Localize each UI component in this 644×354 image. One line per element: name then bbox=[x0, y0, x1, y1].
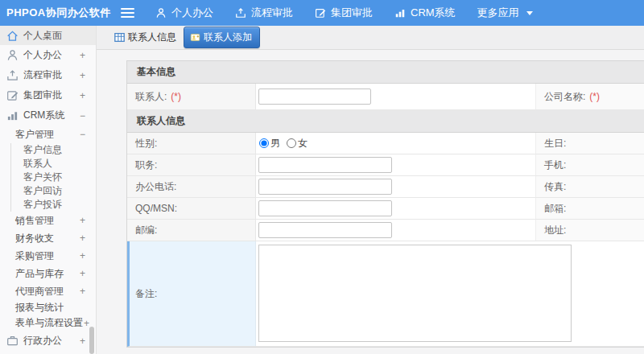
sidebar-item-admin-office[interactable]: 行政办公 + bbox=[0, 331, 96, 351]
sidebar-item-form-workflow-settings[interactable]: 表单与流程设置 + bbox=[0, 315, 96, 331]
collapse-toggle[interactable]: − bbox=[80, 110, 96, 121]
sidebar-item-label: 集团审批 bbox=[23, 88, 62, 102]
expand-toggle[interactable]: + bbox=[80, 215, 96, 226]
tab-label: 联系人信息 bbox=[128, 31, 176, 44]
company-name-label-cell: 公司名称: (*) bbox=[536, 84, 644, 110]
qq-msn-value-cell bbox=[256, 198, 536, 220]
sidebar-item-label: 个人桌面 bbox=[23, 29, 62, 43]
sidebar-item-customer-info[interactable]: 客户信息 bbox=[11, 143, 96, 157]
sidebar-item-label: 客户回访 bbox=[23, 184, 62, 198]
nav-label: 个人办公 bbox=[171, 6, 213, 20]
birthday-label: 生日: bbox=[544, 137, 566, 150]
remark-textarea[interactable] bbox=[258, 245, 572, 342]
collapse-toggle[interactable]: − bbox=[80, 129, 96, 140]
nav-personal-office[interactable]: 个人办公 bbox=[155, 6, 213, 20]
sidebar-item-label: 报表与统计 bbox=[15, 301, 64, 315]
edit-icon bbox=[6, 89, 19, 101]
sidebar-item-sales-management[interactable]: 销售管理 + bbox=[0, 212, 96, 229]
gender-male-label[interactable]: 男 bbox=[270, 137, 280, 150]
nav-label: 更多应用 bbox=[477, 6, 519, 20]
gender-label: 性别: bbox=[135, 137, 157, 150]
section-header-basic: 基本信息 bbox=[127, 61, 644, 84]
postcode-label-cell: 邮编: bbox=[127, 220, 256, 241]
tab-bar: 联系人信息 联系人添加 bbox=[97, 26, 644, 50]
expand-toggle[interactable]: + bbox=[84, 318, 89, 329]
sidebar-item-purchasing[interactable]: 采购管理 + bbox=[0, 247, 96, 265]
nav-crm-system[interactable]: CRM系统 bbox=[394, 6, 456, 20]
sidebar-item-label: 客户管理 bbox=[15, 128, 54, 142]
tab-contact-add[interactable]: 联系人添加 bbox=[184, 27, 260, 48]
sidebar-item-label: 客户投诉 bbox=[23, 198, 62, 212]
row-job-title: 职务: 手机: bbox=[127, 154, 644, 176]
sidebar-item-customer-revisit[interactable]: 客户回访 bbox=[11, 184, 96, 198]
nav-workflow-approval[interactable]: 流程审批 bbox=[235, 6, 293, 20]
job-title-input[interactable] bbox=[258, 157, 392, 173]
sidebar-scrollbar-thumb[interactable] bbox=[89, 327, 94, 354]
sidebar-item-label: 代理商管理 bbox=[15, 285, 64, 298]
sidebar-item-label: 采购管理 bbox=[15, 249, 54, 263]
qq-msn-label: QQ/MSN: bbox=[135, 203, 177, 214]
qq-msn-label-cell: QQ/MSN: bbox=[127, 198, 256, 220]
remark-value-cell bbox=[256, 241, 644, 347]
expand-toggle[interactable]: + bbox=[80, 250, 96, 261]
contact-name-value-cell bbox=[256, 84, 536, 110]
sidebar-item-workflow-approval[interactable]: 流程审批 + bbox=[0, 65, 96, 85]
sidebar-item-label: 客户关怀 bbox=[23, 171, 62, 184]
gender-value-cell: 男 女 bbox=[256, 133, 536, 154]
customer-management-submenu: 客户信息 联系人 客户关怀 客户回访 客户投诉 bbox=[10, 143, 96, 212]
email-label: 邮箱: bbox=[544, 202, 566, 216]
tab-contact-info[interactable]: 联系人信息 bbox=[114, 31, 176, 44]
sidebar-item-customer-management[interactable]: 客户管理 − bbox=[0, 126, 96, 143]
gender-female-label[interactable]: 女 bbox=[298, 137, 308, 150]
postcode-input[interactable] bbox=[258, 222, 392, 238]
sidebar-item-agent-management[interactable]: 代理商管理 + bbox=[0, 282, 96, 300]
gender-female-radio[interactable] bbox=[287, 138, 296, 148]
sidebar-item-label: 客户信息 bbox=[23, 143, 62, 157]
nav-label: 集团审批 bbox=[331, 6, 373, 20]
hamburger-menu-icon[interactable] bbox=[121, 8, 134, 18]
office-phone-label-cell: 办公电话: bbox=[127, 176, 256, 198]
sidebar-item-customer-complaint[interactable]: 客户投诉 bbox=[11, 198, 96, 212]
nav-more-apps[interactable]: 更多应用 bbox=[477, 6, 533, 20]
sidebar-item-reports-statistics[interactable]: 报表与统计 bbox=[0, 300, 96, 315]
app-logo: PHPOA协同办公软件 bbox=[0, 6, 121, 20]
expand-toggle[interactable]: + bbox=[80, 233, 96, 244]
company-name-label: 公司名称: bbox=[544, 90, 585, 104]
contact-name-input[interactable] bbox=[258, 88, 371, 105]
sidebar-item-contacts[interactable]: 联系人 bbox=[11, 157, 96, 171]
section-basic-info: 基本信息 bbox=[127, 61, 644, 84]
sidebar-item-label: 流程审批 bbox=[23, 68, 62, 82]
remark-label: 备注: bbox=[135, 287, 157, 301]
sidebar-item-personal-desktop[interactable]: 个人桌面 bbox=[0, 26, 96, 45]
row-qq-msn: QQ/MSN: 邮箱: bbox=[127, 198, 644, 220]
fax-label: 传真: bbox=[544, 180, 566, 194]
sidebar-item-finance[interactable]: 财务收支 + bbox=[0, 229, 96, 247]
expand-toggle[interactable]: + bbox=[80, 90, 96, 101]
expand-toggle[interactable]: + bbox=[80, 286, 96, 297]
sidebar-item-customer-care[interactable]: 客户关怀 bbox=[11, 171, 96, 184]
job-title-label: 职务: bbox=[135, 158, 157, 172]
sidebar-item-label: 财务收支 bbox=[15, 232, 54, 245]
expand-toggle[interactable]: + bbox=[80, 70, 96, 81]
edit-icon bbox=[315, 7, 326, 19]
sidebar-item-crm-system[interactable]: CRM系统 − bbox=[0, 105, 96, 126]
sidebar-item-products-inventory[interactable]: 产品与库存 + bbox=[0, 265, 96, 282]
sidebar-item-group-approval[interactable]: 集团审批 + bbox=[0, 85, 96, 105]
row-contact-name: 联系人: (*) 公司名称: (*) bbox=[127, 84, 644, 110]
expand-toggle[interactable]: + bbox=[80, 50, 96, 61]
sidebar-item-personal-office[interactable]: 个人办公 + bbox=[0, 45, 96, 65]
approval-upload-icon bbox=[6, 69, 19, 81]
birthday-label-cell: 生日: bbox=[536, 133, 644, 154]
gender-male-radio[interactable] bbox=[259, 138, 269, 148]
expand-toggle[interactable]: + bbox=[80, 268, 96, 279]
sidebar-item-label: 联系人 bbox=[23, 157, 52, 171]
sidebar-item-label: 销售管理 bbox=[15, 214, 54, 228]
required-mark: (*) bbox=[171, 91, 181, 102]
office-phone-input[interactable] bbox=[258, 179, 392, 195]
sidebar-item-label: 行政办公 bbox=[23, 334, 62, 348]
qq-msn-input[interactable] bbox=[258, 200, 392, 216]
office-phone-label: 办公电话: bbox=[135, 180, 176, 194]
nav-group-approval[interactable]: 集团审批 bbox=[315, 6, 373, 20]
sidebar: 个人桌面 个人办公 + 流程审批 + 集团审批 + CRM系统 − 客户管理 −… bbox=[0, 26, 97, 354]
remark-label-cell: 备注: bbox=[127, 241, 256, 347]
